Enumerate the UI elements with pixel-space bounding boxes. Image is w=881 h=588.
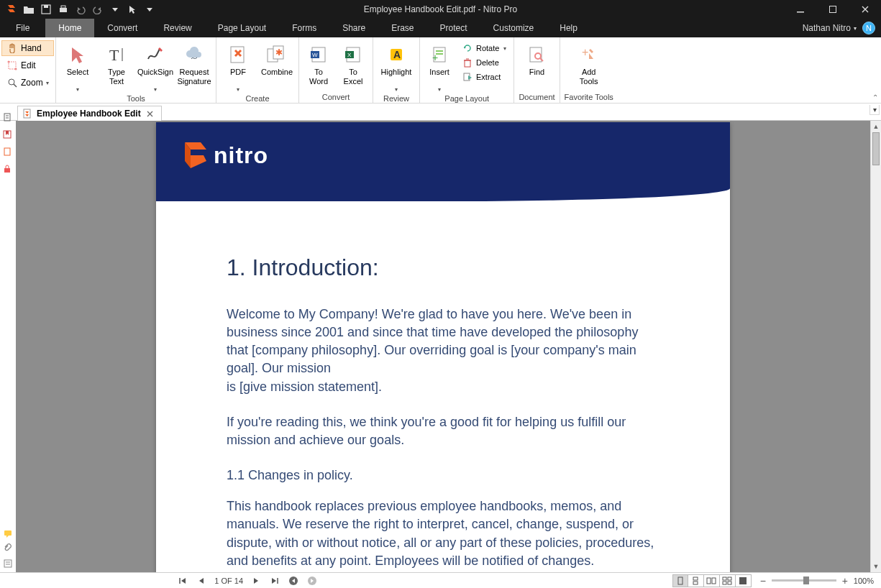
open-icon[interactable] [20, 0, 37, 19]
combine-button[interactable]: ✱ Combine [260, 40, 294, 86]
nitro-logo-icon[interactable] [3, 0, 20, 19]
delete-icon [462, 57, 473, 68]
chevron-down-icon: ▾ [237, 86, 239, 93]
svg-rect-55 [707, 578, 711, 584]
svg-rect-54 [693, 582, 698, 584]
close-button[interactable] [849, 0, 881, 19]
menu-protect[interactable]: Protect [427, 19, 480, 37]
user-name-label: Nathan Nitro [803, 23, 851, 33]
select-button[interactable]: Select ▾ [60, 40, 95, 93]
extract-button[interactable]: Extract [459, 70, 509, 83]
view-fullscreen-button[interactable] [736, 574, 752, 587]
save-icon[interactable] [37, 0, 55, 19]
vertical-scrollbar[interactable]: ▲ ▼ [870, 121, 881, 572]
panel-selector-dropdown[interactable]: ▾ [869, 105, 880, 115]
pointer-mode-icon[interactable] [124, 0, 141, 19]
output-panel-icon[interactable] [3, 559, 13, 571]
view-single-page-button[interactable] [672, 574, 688, 587]
edit-tool-button[interactable]: Edit [1, 58, 54, 73]
document-viewport[interactable]: nitro 1. Introduction: Welcome to My Com… [16, 121, 870, 572]
rotate-button[interactable]: Rotate ▾ [459, 42, 509, 55]
chevron-down-icon: ▾ [438, 86, 441, 93]
redo-icon[interactable] [89, 0, 106, 19]
document-tab[interactable]: Employee Handbook Edit [17, 106, 162, 121]
zoom-in-button[interactable]: + [841, 575, 849, 587]
first-page-button[interactable] [177, 575, 188, 587]
svg-rect-44 [4, 530, 12, 536]
undo-icon[interactable] [72, 0, 89, 19]
add-tools-button[interactable]: + Add Tools [571, 40, 607, 86]
menu-forms[interactable]: Forms [279, 19, 329, 37]
pdf-button[interactable]: PDF ▾ [221, 40, 255, 93]
menu-share[interactable]: Share [329, 19, 378, 37]
doc-paragraph: Welcome to My Company! We're glad to hav… [227, 307, 638, 376]
edit-label: Edit [21, 60, 36, 70]
type-text-icon: T [105, 43, 128, 66]
zoom-tool-button[interactable]: Zoom ▾ [1, 75, 54, 91]
doc-paragraph: If you're reading this, we think you're … [227, 413, 659, 449]
comments-panel-icon[interactable] [3, 528, 13, 541]
chevron-down-icon: ▾ [46, 80, 49, 86]
menu-review[interactable]: Review [150, 19, 204, 37]
svg-rect-38 [4, 114, 10, 121]
menu-erase[interactable]: Erase [378, 19, 426, 37]
svg-line-10 [14, 84, 17, 87]
security-panel-icon[interactable] [2, 164, 14, 175]
insert-page-icon: + [428, 43, 451, 66]
view-facing-button[interactable] [704, 574, 720, 587]
last-page-button[interactable] [269, 575, 280, 587]
rotate-icon [462, 42, 473, 54]
highlight-button[interactable]: A Highlight ▾ [378, 40, 415, 93]
menu-customize[interactable]: Customize [480, 19, 547, 37]
tab-title: Employee Handbook Edit [37, 109, 141, 119]
hand-tool-button[interactable]: Hand [1, 40, 54, 56]
request-signature-button[interactable]: Request Signature [177, 40, 211, 86]
prev-view-button[interactable] [288, 575, 299, 587]
quicksign-icon [144, 43, 167, 66]
zoom-slider-track[interactable] [772, 579, 836, 582]
qat-dropdown-icon[interactable] [106, 0, 124, 19]
menu-convert[interactable]: Convert [94, 19, 150, 37]
view-facing-continuous-button[interactable] [720, 574, 736, 587]
to-excel-button[interactable]: X To Excel [338, 40, 368, 86]
type-text-button[interactable]: T Type Text [99, 40, 134, 86]
user-avatar[interactable]: N [862, 22, 875, 35]
pages-panel-icon[interactable] [2, 112, 14, 124]
minimize-button[interactable] [784, 0, 816, 19]
zoom-out-button[interactable]: − [759, 575, 767, 587]
maximize-button[interactable] [816, 0, 849, 19]
chevron-down-icon: ▾ [76, 86, 79, 93]
signatures-panel-icon[interactable] [2, 147, 14, 158]
user-area[interactable]: Nathan Nitro ▾ N [803, 19, 881, 37]
page-header: nitro [156, 122, 730, 201]
scroll-up-button[interactable]: ▲ [871, 121, 881, 132]
attachments-panel-icon[interactable] [3, 543, 13, 556]
prev-page-button[interactable] [196, 575, 207, 587]
svg-rect-52 [678, 577, 683, 584]
quicksign-button[interactable]: QuickSign ▾ [138, 40, 173, 93]
svg-rect-60 [728, 582, 731, 584]
zoom-slider-thumb[interactable] [803, 576, 809, 584]
next-view-button[interactable] [306, 575, 318, 587]
ribbon-collapse-button[interactable]: ⌃ [872, 93, 878, 101]
menu-help[interactable]: Help [547, 19, 590, 37]
print-icon[interactable] [55, 0, 72, 19]
find-button[interactable]: Find [519, 40, 554, 86]
menu-file[interactable]: File [0, 19, 45, 37]
bookmarks-panel-icon[interactable] [2, 129, 14, 141]
scroll-down-button[interactable]: ▼ [871, 561, 881, 572]
insert-button[interactable]: + Insert ▾ [424, 40, 455, 93]
delete-button[interactable]: Delete [459, 56, 509, 69]
view-continuous-button[interactable] [688, 574, 704, 587]
svg-rect-3 [61, 6, 65, 8]
to-word-button[interactable]: W To Word [303, 40, 334, 86]
tab-close-button[interactable] [145, 109, 155, 119]
quick-access-toolbar [0, 0, 158, 19]
menu-home[interactable]: Home [45, 19, 94, 37]
menu-page-layout[interactable]: Page Layout [205, 19, 279, 37]
qat-more-icon[interactable] [141, 0, 158, 19]
scroll-thumb[interactable] [872, 132, 880, 165]
zoom-control: − + 100% [752, 575, 881, 587]
next-page-button[interactable] [250, 575, 262, 587]
pdf-page: nitro 1. Introduction: Welcome to My Com… [156, 122, 730, 572]
